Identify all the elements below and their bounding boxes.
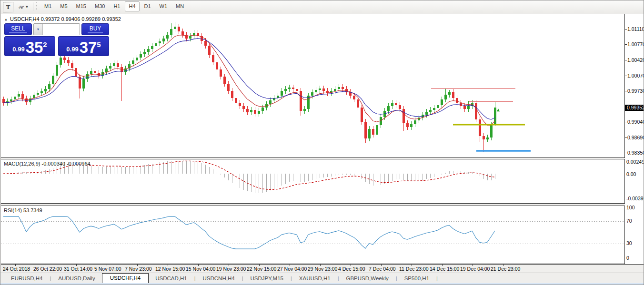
macd-histogram-bar xyxy=(472,172,473,174)
macd-histogram-bar xyxy=(114,166,115,174)
candle-body xyxy=(441,99,443,105)
candle-body xyxy=(216,62,218,69)
volume-decrease-button[interactable]: ▼ xyxy=(34,24,43,35)
date-axis-label: 27 Nov 04:00 xyxy=(277,266,307,272)
price-axis-label: 0.99040 xyxy=(627,119,644,125)
candle-body xyxy=(387,106,390,111)
macd-histogram-bar xyxy=(91,166,92,174)
chevron-down-icon: ▼ xyxy=(25,5,29,9)
timeframe-button-h1[interactable]: H1 xyxy=(110,1,124,11)
candle-body xyxy=(246,109,249,112)
rsi-canvas[interactable] xyxy=(1,206,624,264)
macd-histogram-bar xyxy=(205,165,206,174)
macd-histogram-bar xyxy=(243,174,244,190)
macd-histogram-bar xyxy=(293,174,294,181)
timeframe-button-mn[interactable]: MN xyxy=(172,1,188,11)
text-label-tool-button[interactable]: T xyxy=(3,2,13,12)
date-axis-label: 14 Dec 15:00 xyxy=(430,266,459,272)
tab-sp500-h1[interactable]: SP500,H1 xyxy=(398,274,436,283)
candle-body xyxy=(494,108,496,125)
rsi-axis-label: 0 xyxy=(626,255,629,261)
toolbar-drag-grip[interactable] xyxy=(36,2,37,11)
chart-toolbar: T ⇗⇙▼ M1M5M15M30H1H4D1W1MN xyxy=(0,0,644,13)
tab-usdcad-h1[interactable]: USDCAD,H1 xyxy=(149,274,193,283)
macd-histogram-bar xyxy=(282,174,282,186)
price-axis-tick xyxy=(625,60,627,60)
timeframe-button-m30[interactable]: M30 xyxy=(91,1,109,11)
date-axis-label: 29 Nov 23:00 xyxy=(308,266,337,272)
candle-body xyxy=(63,58,66,60)
timeframe-button-h4[interactable]: H4 xyxy=(125,1,139,11)
candle-body xyxy=(353,96,355,99)
macd-histogram-bar xyxy=(133,167,134,174)
candle-body xyxy=(223,77,226,84)
buy-price-box[interactable]: 0.99 37 5 xyxy=(58,36,109,56)
macd-histogram-bar xyxy=(110,167,111,174)
macd-histogram-bar xyxy=(323,174,324,177)
macd-histogram-bar xyxy=(251,174,252,192)
timeframe-button-m1[interactable]: M1 xyxy=(40,1,55,11)
candle-body xyxy=(140,54,142,58)
candle-body xyxy=(490,125,493,138)
timeframe-button-w1[interactable]: W1 xyxy=(156,1,171,11)
arrows-tool-button[interactable]: ⇗⇙▼ xyxy=(16,2,30,11)
candle-body xyxy=(136,58,138,60)
price-axis-tick xyxy=(625,91,627,91)
macd-histogram-bar xyxy=(430,174,431,178)
macd-histogram-bar xyxy=(278,174,279,187)
candle-body xyxy=(258,111,260,114)
candle-body xyxy=(292,88,294,89)
candle-body xyxy=(281,91,283,96)
macd-canvas[interactable] xyxy=(1,159,624,203)
macd-histogram-bar xyxy=(339,174,340,175)
macd-histogram-bar xyxy=(106,167,107,174)
candle-body xyxy=(181,31,184,35)
tab-usdjpy-m15[interactable]: USDJPY,M15 xyxy=(243,274,290,283)
macd-histogram-bar xyxy=(373,174,374,186)
macd-axis-label: 0.002492 xyxy=(626,159,644,165)
arrows-icon: ⇗⇙ xyxy=(18,4,23,10)
date-axis[interactable]: 24 Oct 201826 Oct 22:0031 Oct 14:005 Nov… xyxy=(1,264,644,272)
tab-usdchf-h4[interactable]: USDCHF,H4 xyxy=(102,273,149,283)
tab-eurusd-h4[interactable]: EURUSD,H4 xyxy=(4,274,49,283)
date-axis-label: 22 Nov 15:00 xyxy=(247,266,276,272)
tab-usdcnh-h4[interactable]: USDCNH,H4 xyxy=(196,274,242,283)
macd-histogram-bar xyxy=(312,174,313,180)
sell-button[interactable]: SELL xyxy=(4,23,32,35)
tab-gbpusd-weekly[interactable]: GBPUSD,Weekly xyxy=(340,274,395,283)
candle-body xyxy=(90,71,92,74)
date-axis-label: 19 Dec 04:00 xyxy=(460,266,490,272)
terminal-window: T ⇗⇙▼ M1M5M15M30H1H4D1W1MN ▲ USDCHF,H4 0… xyxy=(0,0,644,285)
sell-price-pip: 2 xyxy=(43,40,47,49)
tab-xauusd-h1[interactable]: XAUUSD,H1 xyxy=(292,274,337,283)
tab-audusd-daily[interactable]: AUDUSD,Daily xyxy=(51,274,101,283)
price-axis-column[interactable]: 1.011101.007701.004201.000700.997300.990… xyxy=(625,14,644,264)
window-bottom-strip xyxy=(0,283,644,285)
volume-input[interactable] xyxy=(43,24,80,35)
macd-histogram-bar xyxy=(118,166,119,174)
macd-histogram-bar xyxy=(53,168,54,174)
candle-body xyxy=(166,35,169,39)
macd-histogram-bar xyxy=(240,174,241,188)
candle-body xyxy=(117,63,119,67)
macd-histogram-bar xyxy=(297,174,298,180)
buy-price-pip: 5 xyxy=(97,40,101,49)
collapse-trade-panel-icon[interactable]: ▲ xyxy=(4,18,8,21)
candle-body xyxy=(322,88,325,91)
candle-body xyxy=(220,69,222,77)
candle-body xyxy=(239,103,241,106)
candle-body xyxy=(372,129,374,135)
macd-histogram-bar xyxy=(22,172,23,174)
candle-body xyxy=(14,97,16,99)
buy-button[interactable]: BUY xyxy=(81,23,109,35)
timeframe-button-m5[interactable]: M5 xyxy=(56,1,71,11)
macd-histogram-bar xyxy=(308,174,309,181)
timeframe-button-d1[interactable]: D1 xyxy=(141,1,155,11)
date-axis-label: 12 Nov 15:00 xyxy=(155,266,185,272)
candle-body xyxy=(143,52,146,54)
candle-body xyxy=(486,138,489,139)
sell-price-box[interactable]: 0.99 35 2 xyxy=(4,36,55,56)
timeframe-button-m15[interactable]: M15 xyxy=(72,1,90,11)
candle-body xyxy=(242,106,245,109)
candle-body xyxy=(319,88,321,90)
